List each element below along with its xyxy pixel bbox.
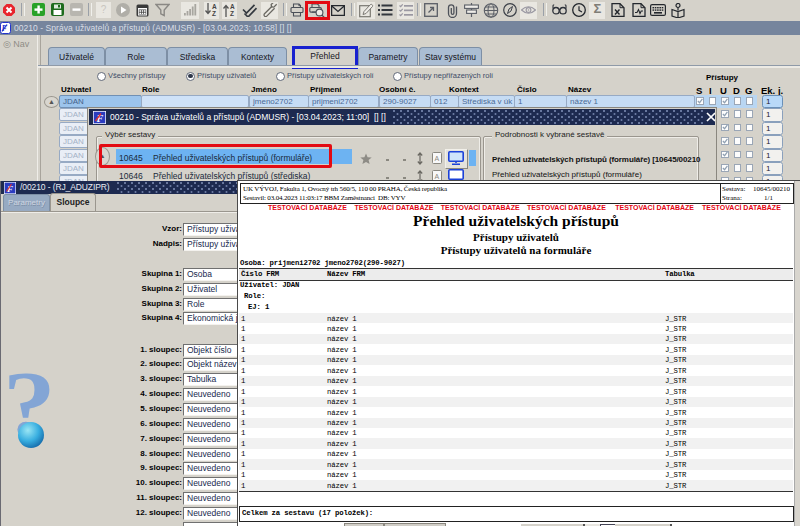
svg-text:A: A: [435, 155, 440, 162]
svg-text:F: F: [6, 183, 13, 193]
svg-text:A: A: [435, 173, 440, 180]
svg-text:F: F: [96, 112, 104, 123]
